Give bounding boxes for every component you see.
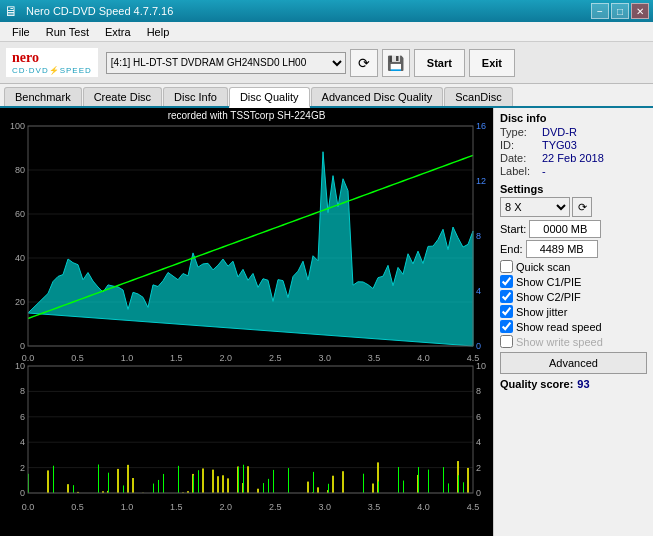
exit-button[interactable]: Exit [469, 49, 515, 77]
show-jitter-row: Show jitter [500, 305, 647, 318]
show-c2pif-label: Show C2/PIF [516, 291, 581, 303]
disc-info-title: Disc info [500, 112, 647, 124]
start-mb-row: Start: [500, 220, 647, 238]
refresh-drive-button[interactable]: ⟳ [350, 49, 378, 77]
chart-area: recorded with TSSTcorp SH-224GB [0, 108, 493, 536]
quick-scan-checkbox[interactable] [500, 260, 513, 273]
save-button[interactable]: 💾 [382, 49, 410, 77]
close-button[interactable]: ✕ [631, 3, 649, 19]
disc-label-row: Label: - [500, 165, 647, 177]
end-mb-label: End: [500, 243, 523, 255]
maximize-button[interactable]: □ [611, 3, 629, 19]
toolbar: nero CD·DVD⚡SPEED [4:1] HL-DT-ST DVDRAM … [0, 42, 653, 84]
drive-dropdown[interactable]: [4:1] HL-DT-ST DVDRAM GH24NSD0 LH00 [106, 52, 346, 74]
speed-refresh-button[interactable]: ⟳ [572, 197, 592, 217]
show-write-speed-row: Show write speed [500, 335, 647, 348]
minimize-button[interactable]: − [591, 3, 609, 19]
menu-file[interactable]: File [4, 24, 38, 40]
show-read-speed-label: Show read speed [516, 321, 602, 333]
end-mb-row: End: [500, 240, 647, 258]
disc-id-row: ID: TYG03 [500, 139, 647, 151]
tab-disc-info[interactable]: Disc Info [163, 87, 228, 106]
start-button[interactable]: Start [414, 49, 465, 77]
menu-extra[interactable]: Extra [97, 24, 139, 40]
tab-bar: Benchmark Create Disc Disc Info Disc Qua… [0, 84, 653, 108]
quick-scan-row: Quick scan [500, 260, 647, 273]
menu-bar: File Run Test Extra Help [0, 22, 653, 42]
quality-score-value: 93 [577, 378, 589, 390]
nero-logo: nero CD·DVD⚡SPEED [6, 48, 98, 77]
main-chart-canvas [0, 108, 493, 536]
show-read-speed-row: Show read speed [500, 320, 647, 333]
settings-title: Settings [500, 183, 647, 195]
speed-dropdown[interactable]: 8 X [500, 197, 570, 217]
tab-scan-disc[interactable]: ScanDisc [444, 87, 512, 106]
menu-run-test[interactable]: Run Test [38, 24, 97, 40]
show-c1pie-row: Show C1/PIE [500, 275, 647, 288]
main-content: recorded with TSSTcorp SH-224GB Disc inf… [0, 108, 653, 536]
show-jitter-checkbox[interactable] [500, 305, 513, 318]
show-c2pif-checkbox[interactable] [500, 290, 513, 303]
disc-type-value: DVD-R [542, 126, 577, 138]
disc-type-label: Type: [500, 126, 540, 138]
nero-brand-bottom: CD·DVD⚡SPEED [12, 66, 92, 75]
show-c2pif-row: Show C2/PIF [500, 290, 647, 303]
show-jitter-label: Show jitter [516, 306, 567, 318]
show-read-speed-checkbox[interactable] [500, 320, 513, 333]
right-panel: Disc info Type: DVD-R ID: TYG03 Date: 22… [493, 108, 653, 536]
title-bar: 🖥 Nero CD-DVD Speed 4.7.7.16 − □ ✕ [0, 0, 653, 22]
start-mb-label: Start: [500, 223, 526, 235]
drive-selector[interactable]: [4:1] HL-DT-ST DVDRAM GH24NSD0 LH00 [106, 52, 346, 74]
tab-benchmark[interactable]: Benchmark [4, 87, 82, 106]
advanced-button[interactable]: Advanced [500, 352, 647, 374]
disc-type-row: Type: DVD-R [500, 126, 647, 138]
disc-id-label: ID: [500, 139, 540, 151]
show-write-speed-label: Show write speed [516, 336, 603, 348]
speed-setting-row: 8 X ⟳ [500, 197, 647, 217]
tab-advanced-disc-quality[interactable]: Advanced Disc Quality [311, 87, 444, 106]
quality-score-label: Quality score: [500, 378, 573, 390]
quick-scan-label: Quick scan [516, 261, 570, 273]
disc-id-value: TYG03 [542, 139, 577, 151]
disc-label-value: - [542, 165, 546, 177]
end-mb-input[interactable] [526, 240, 598, 258]
app-title: Nero CD-DVD Speed 4.7.7.16 [22, 5, 589, 17]
disc-date-label: Date: [500, 152, 540, 164]
tab-create-disc[interactable]: Create Disc [83, 87, 162, 106]
disc-date-value: 22 Feb 2018 [542, 152, 604, 164]
nero-brand-top: nero [12, 50, 39, 66]
disc-label-label: Label: [500, 165, 540, 177]
chart-title: recorded with TSSTcorp SH-224GB [168, 110, 326, 121]
show-c1pie-label: Show C1/PIE [516, 276, 581, 288]
tab-disc-quality[interactable]: Disc Quality [229, 87, 310, 108]
menu-help[interactable]: Help [139, 24, 178, 40]
start-mb-input[interactable] [529, 220, 601, 238]
disc-date-row: Date: 22 Feb 2018 [500, 152, 647, 164]
show-write-speed-checkbox[interactable] [500, 335, 513, 348]
quality-score-row: Quality score: 93 [500, 378, 647, 390]
show-c1pie-checkbox[interactable] [500, 275, 513, 288]
